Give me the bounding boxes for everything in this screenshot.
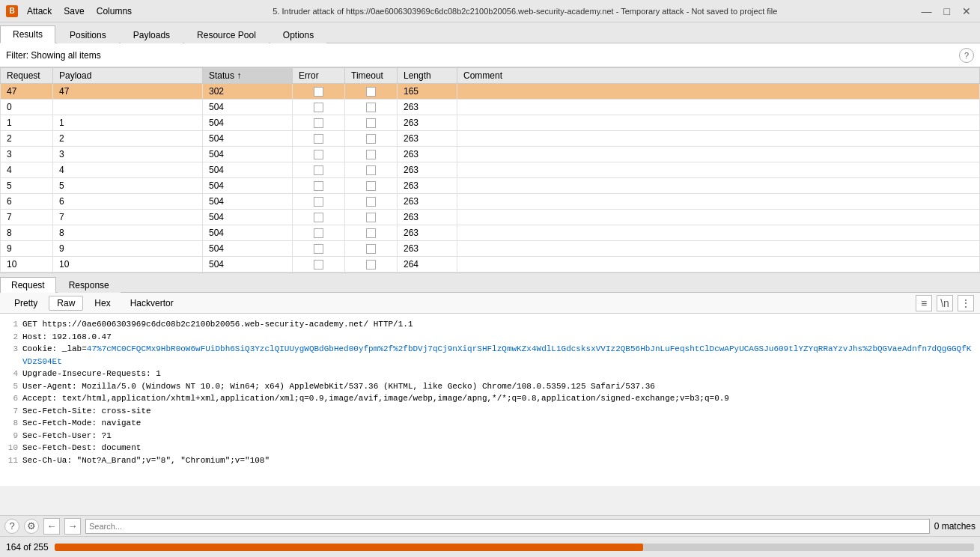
table-row[interactable]: 9 9 504 263: [1, 241, 980, 257]
line-content: Host: 192.168.0.47: [22, 331, 112, 344]
cell-timeout: [345, 131, 398, 147]
sub-tab-hex[interactable]: Hex: [86, 296, 118, 311]
cell-request: 2: [1, 131, 53, 147]
settings-icon[interactable]: ⚙: [24, 519, 39, 534]
col-header-error[interactable]: Error: [293, 68, 345, 84]
line-number: 5: [6, 380, 18, 393]
col-header-timeout[interactable]: Timeout: [345, 68, 398, 84]
cell-status: 504: [203, 147, 293, 162]
line-number: 10: [6, 442, 18, 454]
filter-help-button[interactable]: ?: [959, 48, 974, 63]
cell-timeout: [345, 194, 398, 210]
app-icon: B: [6, 5, 18, 17]
cell-length: 263: [398, 100, 457, 115]
sub-tab-raw[interactable]: Raw: [49, 296, 83, 311]
code-line: 3 Cookie: _lab=47%7cMC0CFQCMx9HbR0oW6wFU…: [6, 343, 974, 368]
menu-save[interactable]: Save: [64, 6, 84, 16]
bottom-bar: ? ⚙ ← → 0 matches: [0, 515, 980, 536]
sub-tab-hackvertor[interactable]: Hackvertor: [122, 296, 182, 311]
cell-request: 0: [1, 100, 53, 115]
code-view: 1 GET https://0ae6006303969c6dc08b2c2100…: [0, 314, 980, 486]
code-line: 4 Upgrade-Insecure-Requests: 1: [6, 368, 974, 380]
col-header-payload[interactable]: Payload: [53, 68, 203, 84]
cell-error: [293, 210, 345, 225]
cell-request: 3: [1, 147, 53, 162]
bottom-tab-response[interactable]: Response: [58, 277, 121, 293]
search-input[interactable]: [85, 519, 930, 534]
cell-status: 504: [203, 225, 293, 241]
cell-length: 263: [398, 194, 457, 210]
col-header-request[interactable]: Request: [1, 68, 53, 84]
minimize-button[interactable]: —: [919, 5, 935, 17]
tab-positions[interactable]: Positions: [57, 26, 119, 43]
line-content: Sec-Fetch-Site: cross-site: [22, 405, 151, 418]
help-icon[interactable]: ?: [4, 519, 19, 534]
col-header-status[interactable]: Status ↑: [203, 68, 293, 84]
cell-error: [293, 178, 345, 194]
line-content: Accept: text/html,application/xhtml+xml,…: [22, 392, 729, 405]
cell-request: 5: [1, 178, 53, 194]
bottom-tabs: Request Response: [0, 273, 980, 293]
table-row[interactable]: 3 3 504 263: [1, 147, 980, 162]
cell-length: 263: [398, 162, 457, 178]
cell-request: 6: [1, 194, 53, 210]
code-line: 5 User-Agent: Mozilla/5.0 (Windows NT 10…: [6, 380, 974, 393]
table-row[interactable]: 8 8 504 263: [1, 225, 980, 241]
table-row[interactable]: 10 10 504 264: [1, 257, 980, 273]
line-number: 11: [6, 454, 18, 467]
cell-payload: [53, 100, 203, 115]
cell-timeout: [345, 84, 398, 100]
table-row[interactable]: 47 47 302 165: [1, 84, 980, 100]
cell-request: 9: [1, 241, 53, 257]
col-header-length[interactable]: Length: [398, 68, 457, 84]
table-row[interactable]: 5 5 504 263: [1, 178, 980, 194]
cell-timeout: [345, 178, 398, 194]
line-content: Sec-Fetch-Mode: navigate: [22, 417, 141, 430]
cell-comment: [457, 241, 980, 257]
progress-label: 164 of 255: [6, 542, 49, 553]
line-number: 9: [6, 430, 18, 442]
cell-error: [293, 257, 345, 273]
more-icon[interactable]: ⋮: [958, 295, 974, 311]
cell-error: [293, 241, 345, 257]
tab-resource-pool[interactable]: Resource Pool: [184, 26, 269, 43]
sub-tab-icons: ≡ \n ⋮: [916, 295, 974, 311]
col-header-comment[interactable]: Comment: [457, 68, 980, 84]
menu-columns[interactable]: Columns: [97, 6, 132, 16]
table-row[interactable]: 1 1 504 263: [1, 115, 980, 131]
maximize-button[interactable]: □: [941, 5, 953, 17]
tab-payloads[interactable]: Payloads: [121, 26, 183, 43]
back-button[interactable]: ←: [43, 518, 60, 535]
line-number: 7: [6, 405, 18, 418]
tab-options[interactable]: Options: [270, 26, 326, 43]
cell-error: [293, 225, 345, 241]
progress-fill: [55, 544, 643, 551]
table-row[interactable]: 6 6 504 263: [1, 194, 980, 210]
table-row[interactable]: 7 7 504 263: [1, 210, 980, 225]
table-row[interactable]: 0 504 263: [1, 100, 980, 115]
close-button[interactable]: ✕: [959, 5, 974, 17]
cell-request: 4: [1, 162, 53, 178]
cell-status: 504: [203, 178, 293, 194]
cell-request: 47: [1, 84, 53, 100]
tab-results[interactable]: Results: [0, 25, 55, 43]
code-line: 8 Sec-Fetch-Mode: navigate: [6, 417, 974, 430]
format-icon[interactable]: ≡: [916, 295, 932, 311]
results-table: Request Payload Status ↑ Error Timeout L…: [0, 67, 980, 273]
table-row[interactable]: 2 2 504 263: [1, 131, 980, 147]
menu-attack[interactable]: Attack: [27, 6, 52, 16]
cell-length: 263: [398, 178, 457, 194]
sub-tab-pretty[interactable]: Pretty: [6, 296, 46, 311]
cell-status: 504: [203, 100, 293, 115]
progress-track: [55, 544, 974, 551]
cell-timeout: [345, 210, 398, 225]
window-controls: — □ ✕: [919, 5, 974, 17]
table-row[interactable]: 4 4 504 263: [1, 162, 980, 178]
code-line: 1 GET https://0ae6006303969c6dc08b2c2100…: [6, 318, 974, 331]
cell-error: [293, 131, 345, 147]
cell-payload: 47: [53, 84, 203, 100]
bottom-tab-request[interactable]: Request: [0, 277, 56, 293]
newline-icon[interactable]: \n: [937, 295, 953, 311]
forward-button[interactable]: →: [64, 518, 81, 535]
matches-label: 0 matches: [934, 521, 976, 532]
